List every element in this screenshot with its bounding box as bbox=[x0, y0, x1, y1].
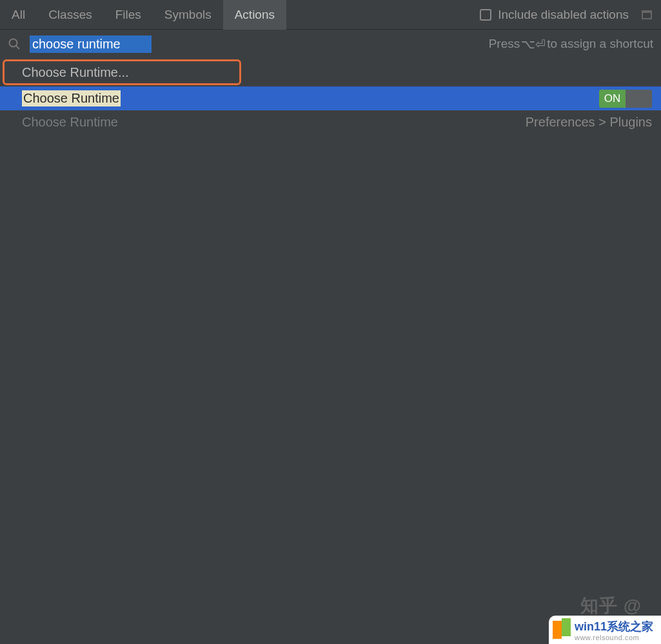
result-label: Choose Runtime... bbox=[22, 65, 129, 80]
brand-logo-icon bbox=[553, 621, 571, 639]
toggle-switch[interactable]: ON bbox=[599, 90, 652, 108]
results-list: Choose Runtime... Choose Runtime ON Choo… bbox=[0, 59, 661, 134]
checkbox-icon[interactable] bbox=[480, 9, 491, 21]
search-input[interactable] bbox=[30, 35, 152, 53]
search-icon bbox=[8, 37, 21, 50]
result-choose-runtime-toggle[interactable]: Choose Runtime ON bbox=[0, 86, 661, 110]
tab-all[interactable]: All bbox=[0, 0, 37, 30]
svg-point-0 bbox=[10, 39, 17, 47]
tabs-bar: All Classes Files Symbols Actions Includ… bbox=[0, 0, 661, 30]
watermark-brand: win11系统之家 www.relsound.com bbox=[549, 616, 661, 644]
tab-actions[interactable]: Actions bbox=[223, 0, 286, 30]
include-disabled-actions[interactable]: Include disabled actions bbox=[480, 8, 638, 22]
shortcut-hint: Press ⌥⏎ to assign a shortcut bbox=[489, 37, 653, 52]
watermark-zhihu: 知乎 @ bbox=[580, 594, 642, 618]
tab-symbols[interactable]: Symbols bbox=[153, 0, 223, 30]
tab-files[interactable]: Files bbox=[104, 0, 153, 30]
result-choose-runtime-action[interactable]: Choose Runtime... bbox=[3, 59, 241, 85]
result-label: Choose Runtime bbox=[22, 90, 121, 106]
toggle-on-label: ON bbox=[599, 90, 626, 108]
tab-classes[interactable]: Classes bbox=[37, 0, 104, 30]
search-bar: Press ⌥⏎ to assign a shortcut bbox=[0, 30, 661, 58]
svg-line-1 bbox=[16, 46, 19, 49]
result-path: Preferences > Plugins bbox=[526, 115, 652, 130]
result-label: Choose Runtime bbox=[22, 115, 118, 130]
include-disabled-label: Include disabled actions bbox=[498, 8, 629, 22]
detach-window-icon[interactable] bbox=[642, 10, 652, 19]
result-choose-runtime-plugin[interactable]: Choose Runtime Preferences > Plugins bbox=[0, 110, 661, 134]
